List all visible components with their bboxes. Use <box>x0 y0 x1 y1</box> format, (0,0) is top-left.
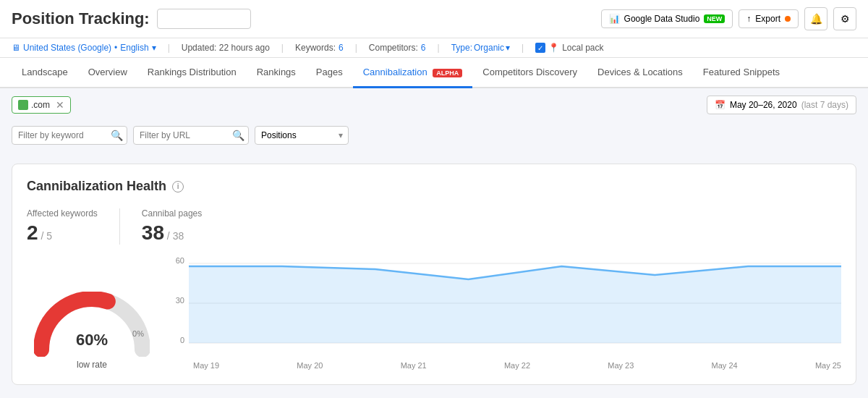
tab-pages[interactable]: Pages <box>306 58 353 88</box>
separator-5: | <box>522 43 524 53</box>
affected-value: 2 <box>27 221 38 244</box>
competitors-label: Competitors: <box>369 43 418 53</box>
x-label-may23: May 23 <box>608 361 634 370</box>
tab-featured-snippets[interactable]: Featured Snippets <box>693 58 790 88</box>
cannibal-pages-value: 38 / 38 <box>142 221 202 245</box>
affected-keywords-value: 2 / 5 <box>27 221 98 245</box>
type-item[interactable]: Type: Organic ▾ <box>451 43 510 53</box>
bell-button[interactable]: 🔔 <box>804 7 827 30</box>
keyword-search-icon[interactable]: 🔍 <box>111 130 123 141</box>
gds-button[interactable]: 📊 Google Data Studio NEW <box>601 9 733 28</box>
local-pack-checkbox[interactable] <box>535 43 545 53</box>
domain-color-icon <box>18 100 28 110</box>
affected-keywords-metric: Affected keywords 2 / 5 <box>27 208 119 245</box>
keywords-item: Keywords: 6 <box>295 43 344 53</box>
gauge-rate-label: low rate <box>77 360 107 370</box>
export-icon: ↑ <box>746 14 751 24</box>
language-label: English <box>120 43 148 53</box>
tab-cannibalization-label: Cannibalization <box>363 67 427 77</box>
top-bar: Position Tracking: 📊 Google Data Studio … <box>0 0 868 38</box>
gauge-zero-label: 0% <box>132 329 144 338</box>
cannibalization-health-card: Cannibalization Health i Affected keywor… <box>12 164 856 385</box>
affected-total: / 5 <box>38 230 52 242</box>
keywords-link[interactable]: 6 <box>339 43 344 53</box>
y-label-60: 60 <box>171 256 184 265</box>
main-content: Cannibalization Health i Affected keywor… <box>0 152 868 397</box>
page-title: Position Tracking: <box>12 9 150 28</box>
gauge-wrap: 60% 0% low rate <box>27 292 157 370</box>
tab-rankings-distribution[interactable]: Rankings Distribution <box>137 58 247 88</box>
top-actions: 📊 Google Data Studio NEW ↑ Export 🔔 ⚙ <box>601 7 856 30</box>
x-label-may25: May 25 <box>815 361 841 370</box>
local-pack-label: Local pack <box>562 43 603 53</box>
line-chart-wrap: 60 30 0 <box>171 256 841 370</box>
settings-icon: ⚙ <box>841 13 850 25</box>
cannibal-total: / 38 <box>164 230 184 242</box>
x-labels: May 19 May 20 May 21 May 22 May 23 May 2… <box>171 361 841 370</box>
tab-rankings[interactable]: Rankings <box>247 58 306 88</box>
updated-label: Updated: 22 hours ago <box>182 43 270 53</box>
filter-bar: .com ✕ 📅 May 20–26, 2020 (last 7 days) <box>0 88 868 122</box>
domain-remove-button[interactable]: ✕ <box>56 99 64 111</box>
tab-devices-locations[interactable]: Devices & Locations <box>587 58 693 88</box>
x-label-may21: May 21 <box>401 361 427 370</box>
export-button[interactable]: ↑ Export <box>739 9 799 28</box>
tab-competitors-discovery[interactable]: Competitors Discovery <box>472 58 587 88</box>
separator-4: | <box>438 43 440 53</box>
location-label: United States (Google) <box>23 43 111 53</box>
keyword-filter-wrap: 🔍 <box>12 126 127 145</box>
chevron-down-icon: ▾ <box>152 43 156 53</box>
keywords-label: Keywords: <box>295 43 336 53</box>
export-dot <box>785 16 791 22</box>
date-range-button[interactable]: 📅 May 20–26, 2020 (last 7 days) <box>707 96 856 114</box>
gauge-percentage: 60% <box>76 331 108 350</box>
metrics-row: Affected keywords 2 / 5 Cannibal pages 3… <box>27 208 841 245</box>
type-chevron: ▾ <box>506 43 510 53</box>
filter-right: 📅 May 20–26, 2020 (last 7 days) <box>707 96 856 114</box>
affected-keywords-label: Affected keywords <box>27 208 98 219</box>
card-title-row: Cannibalization Health i <box>27 179 841 194</box>
gds-label: Google Data Studio <box>624 14 700 24</box>
positions-select[interactable]: Positions <box>255 126 349 145</box>
domain-text: .com <box>31 100 50 110</box>
x-label-may19: May 19 <box>193 361 219 370</box>
gds-icon: 📊 <box>609 14 620 24</box>
page-title-area: Position Tracking: <box>12 9 251 29</box>
competitors-item: Competitors: 6 <box>369 43 426 53</box>
card-title: Cannibalization Health <box>27 179 166 194</box>
keyword-filter-input[interactable] <box>12 126 127 145</box>
location-icon: 🖥 <box>12 43 20 53</box>
cannibal-pages-metric: Cannibal pages 38 / 38 <box>119 208 224 245</box>
chart-section: 60% 0% low rate 60 30 0 <box>27 256 841 370</box>
bell-icon: 🔔 <box>810 13 822 25</box>
url-search-icon[interactable]: 🔍 <box>232 130 244 141</box>
local-pack-item: 📍 Local pack <box>535 43 603 53</box>
type-value: Organic <box>474 43 504 53</box>
settings-button[interactable]: ⚙ <box>833 7 856 30</box>
competitors-link[interactable]: 6 <box>421 43 426 53</box>
calendar-icon: 📅 <box>715 100 726 110</box>
title-input[interactable] <box>157 9 251 29</box>
location-link[interactable]: 🖥 United States (Google) • English ▾ <box>12 43 156 53</box>
export-label: Export <box>755 14 780 24</box>
url-filter-wrap: 🔍 <box>133 126 249 145</box>
tab-landscape[interactable]: Landscape <box>12 58 78 88</box>
filter-left: .com ✕ <box>12 96 71 114</box>
y-label-30: 30 <box>171 296 184 305</box>
url-filter-input[interactable] <box>133 126 249 145</box>
tab-cannibalization[interactable]: Cannibalization ALPHA <box>353 58 473 88</box>
tab-overview[interactable]: Overview <box>78 58 137 88</box>
sub-bar: 🖥 United States (Google) • English ▾ | U… <box>0 38 868 58</box>
alpha-badge: ALPHA <box>433 69 462 77</box>
new-badge: NEW <box>704 14 725 23</box>
line-chart-svg <box>189 256 841 357</box>
cannibal-value: 38 <box>142 221 164 244</box>
separator-2: | <box>281 43 284 53</box>
type-label: Type: <box>451 43 472 53</box>
info-icon[interactable]: i <box>172 181 184 192</box>
y-label-0: 0 <box>171 336 184 344</box>
search-row: 🔍 🔍 Positions ▾ <box>0 122 868 152</box>
x-label-may22: May 22 <box>504 361 530 370</box>
date-range-text: May 20–26, 2020 <box>730 100 797 110</box>
separator-1: | <box>168 43 170 53</box>
